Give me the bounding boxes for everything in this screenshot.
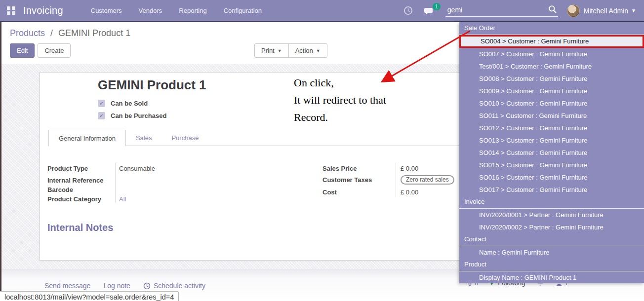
- field-label-customer-taxes: Customer Taxes: [322, 176, 372, 184]
- search-icon[interactable]: [548, 5, 557, 14]
- dropdown-section-header: Contact: [459, 233, 644, 246]
- tab-purchase[interactable]: Purchase: [161, 130, 208, 146]
- user-menu[interactable]: Mitchell Admin: [584, 7, 628, 15]
- apps-menu-icon[interactable]: [7, 6, 15, 15]
- dropdown-section-header: Sale Order: [459, 22, 644, 35]
- activities-clock-icon[interactable]: [403, 6, 413, 15]
- dropdown-item[interactable]: SO007 > Customer : Gemini Furniture: [459, 48, 644, 60]
- clock-icon: [143, 282, 151, 290]
- field-label-internal-reference: Internal Reference: [47, 177, 103, 184]
- nav-menu-customers[interactable]: Customers: [91, 7, 122, 14]
- nav-menu-reporting[interactable]: Reporting: [179, 7, 206, 14]
- page: Send message Log note Schedule activity …: [0, 0, 644, 301]
- message-count-badge: 1: [433, 3, 441, 10]
- field-label-product-category: Product Category: [47, 195, 101, 203]
- app-name[interactable]: Invoicing: [23, 5, 63, 16]
- breadcrumb-separator: /: [50, 28, 53, 38]
- create-button[interactable]: Create: [38, 43, 71, 58]
- nav-menu-vendors[interactable]: Vendors: [139, 7, 162, 14]
- field-value-cost: £ 0.00: [401, 188, 418, 196]
- dropdown-item[interactable]: SO015 > Customer : Gemini Furniture: [459, 159, 644, 171]
- field-group-separator: [115, 163, 116, 202]
- tab-sales[interactable]: Sales: [126, 130, 162, 146]
- field-label-sales-price: Sales Price: [322, 165, 357, 172]
- status-bar-url: localhost:8013/mail/view?model=sale.orde…: [0, 291, 179, 301]
- left-edge-strip: [0, 22, 1, 301]
- log-note-link[interactable]: Log note: [103, 282, 130, 290]
- dropdown-item[interactable]: Name : Gemini Furniture: [459, 246, 644, 259]
- dropdown-item[interactable]: SO016 > Customer : Gemini Furniture: [459, 171, 644, 184]
- field-value-sales-price: £ 0.00: [401, 165, 418, 172]
- dropdown-item[interactable]: Test/001 > Customer : Gemini Furniture: [459, 60, 644, 73]
- nav-menu-configuration[interactable]: Configuration: [224, 7, 262, 14]
- dropdown-item[interactable]: Display Name : GEMINI Product 1: [459, 271, 644, 283]
- messaging-icon[interactable]: 1: [424, 6, 435, 15]
- field-group-separator: [396, 163, 396, 197]
- can-be-purchased-label: Can be Purchased: [111, 112, 166, 119]
- dropdown-item[interactable]: SO014 > Customer : Gemini Furniture: [459, 147, 644, 159]
- dropdown-item[interactable]: INV/2020/0001 > Partner : Gemini Furnitu…: [459, 209, 644, 221]
- chevron-down-icon: ▼: [278, 48, 282, 53]
- search-dropdown: Sale OrderSO004 > Customer : Gemini Furn…: [459, 22, 644, 283]
- can-be-purchased-checkbox[interactable]: ✔: [98, 112, 105, 119]
- dropdown-item[interactable]: SO010 > Customer : Gemini Furniture: [459, 97, 644, 110]
- dropdown-item[interactable]: SO017 > Customer : Gemini Furniture: [459, 184, 644, 196]
- schedule-activity-label: Schedule activity: [154, 282, 205, 290]
- chevron-down-icon: ▼: [631, 8, 636, 13]
- product-title: GEMINI Product 1: [98, 77, 206, 93]
- schedule-activity-link[interactable]: Schedule activity: [143, 282, 205, 290]
- can-be-sold-checkbox[interactable]: ✔: [98, 100, 105, 107]
- field-value-product-category-link[interactable]: All: [119, 195, 126, 203]
- dropdown-item[interactable]: SO012 > Customer : Gemini Furniture: [459, 122, 644, 134]
- breadcrumb-products-link[interactable]: Products: [10, 28, 45, 38]
- annotation-text: On click, It will redirect to that Recor…: [294, 74, 386, 126]
- edit-button[interactable]: Edit: [10, 43, 35, 58]
- navbar-menus: CustomersVendorsReportingConfiguration: [91, 7, 262, 14]
- dropdown-item[interactable]: SO008 > Customer : Gemini Furniture: [459, 73, 644, 85]
- breadcrumb-current: GEMINI Product 1: [58, 28, 130, 38]
- internal-notes-heading: Internal Notes: [47, 222, 113, 233]
- dropdown-item[interactable]: INV/2020/0002 > Partner : Gemini Furnitu…: [459, 221, 644, 233]
- dropdown-item[interactable]: SO004 > Customer : Gemini Furniture: [459, 35, 644, 48]
- can-be-sold-label: Can be Sold: [111, 100, 148, 107]
- field-label-product-type: Product Type: [47, 165, 88, 172]
- dropdown-item[interactable]: SO013 > Customer : Gemini Furniture: [459, 134, 644, 147]
- chevron-down-icon: ▼: [316, 48, 321, 53]
- breadcrumb: Products / GEMINI Product 1: [10, 28, 130, 38]
- field-label-cost: Cost: [322, 188, 337, 196]
- tab-general-information[interactable]: General Information: [48, 130, 126, 147]
- top-navbar: Invoicing CustomersVendorsReportingConfi…: [0, 0, 644, 22]
- dropdown-item[interactable]: SO011 > Customer : Gemini Furniture: [459, 110, 644, 122]
- field-value-product-type: Consumable: [119, 165, 155, 172]
- action-dropdown-button[interactable]: Action▼: [288, 43, 327, 58]
- user-avatar[interactable]: [567, 4, 580, 17]
- dropdown-section-header: Product: [459, 259, 644, 271]
- global-search: [445, 4, 558, 17]
- send-message-link[interactable]: Send message: [44, 282, 90, 290]
- field-label-barcode: Barcode: [47, 186, 73, 193]
- print-dropdown-button[interactable]: Print▼: [254, 43, 289, 58]
- dropdown-item[interactable]: SO009 > Customer : Gemini Furniture: [459, 85, 644, 97]
- search-input[interactable]: [445, 4, 558, 17]
- dropdown-section-header: Invoice: [459, 196, 644, 209]
- customer-tax-badge[interactable]: Zero rated sales: [401, 175, 454, 185]
